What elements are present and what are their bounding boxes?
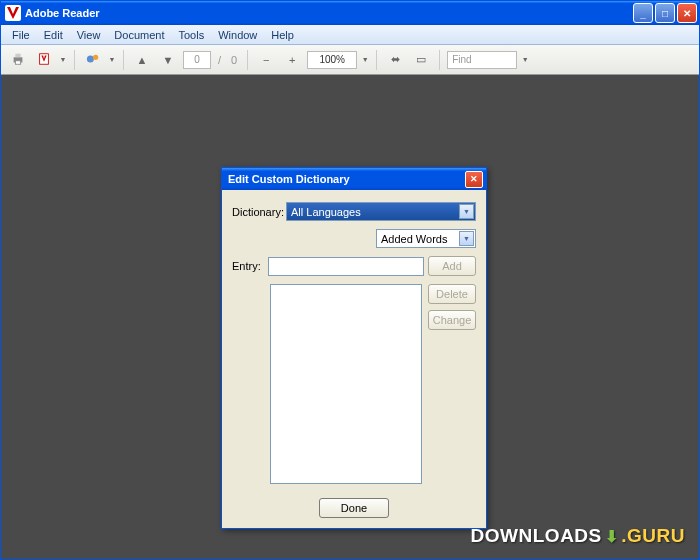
page-up-button[interactable]: ▲ (131, 49, 153, 71)
maximize-button[interactable]: □ (655, 3, 675, 23)
svg-rect-1 (15, 53, 20, 57)
dialog-titlebar: Edit Custom Dictionary ✕ (222, 168, 486, 190)
dialog-close-button[interactable]: ✕ (465, 171, 483, 188)
arrow-down-icon: ▼ (163, 54, 174, 66)
main-window: Adobe Reader _ □ ✕ File Edit View Docume… (0, 0, 700, 560)
chevron-down-icon: ▼ (459, 204, 474, 219)
filter-combo[interactable]: Added Words ▼ (376, 229, 476, 248)
save-button[interactable] (33, 49, 55, 71)
zoom-dropdown[interactable]: ▼ (361, 56, 369, 63)
entry-input[interactable] (268, 257, 424, 276)
menu-view[interactable]: View (70, 27, 108, 43)
menu-window[interactable]: Window (211, 27, 264, 43)
page-separator: / (218, 54, 221, 66)
app-icon (5, 5, 21, 21)
menubar: File Edit View Document Tools Window Hel… (1, 25, 699, 45)
menu-tools[interactable]: Tools (172, 27, 212, 43)
zoom-level-combo[interactable]: 100% (307, 51, 357, 69)
download-icon: ⬇ (605, 527, 619, 546)
separator (74, 50, 75, 70)
toolbar-dropdown-1[interactable]: ▼ (59, 56, 67, 63)
menu-help[interactable]: Help (264, 27, 301, 43)
page-total: 0 (231, 54, 237, 66)
document-area: Edit Custom Dictionary ✕ Dictionary: All… (1, 75, 699, 559)
fit-width-button[interactable]: ⬌ (384, 49, 406, 71)
side-buttons: Delete Change (428, 284, 476, 484)
watermark: DOWNLOADS ⬇ .GURU (471, 525, 685, 547)
entry-row: Entry: Add (232, 256, 476, 276)
fit-page-icon: ▭ (416, 53, 426, 66)
watermark-text2: .GURU (621, 525, 685, 547)
page-down-button[interactable]: ▼ (157, 49, 179, 71)
plus-icon: + (289, 54, 295, 66)
toolbar-dropdown-2[interactable]: ▼ (108, 56, 116, 63)
entry-label: Entry: (232, 260, 264, 272)
page-number-input[interactable] (183, 51, 211, 69)
fit-page-button[interactable]: ▭ (410, 49, 432, 71)
dictionary-combo[interactable]: All Languages ▼ (286, 202, 476, 221)
menu-file[interactable]: File (5, 27, 37, 43)
svg-point-4 (87, 55, 94, 62)
done-button[interactable]: Done (319, 498, 389, 518)
dictionary-label: Dictionary: (232, 206, 282, 218)
window-title: Adobe Reader (25, 7, 633, 19)
window-controls: _ □ ✕ (633, 3, 697, 23)
dialog-title: Edit Custom Dictionary (228, 173, 465, 185)
separator (439, 50, 440, 70)
svg-rect-2 (15, 60, 20, 64)
print-icon (11, 52, 25, 68)
filter-value: Added Words (381, 233, 447, 245)
close-button[interactable]: ✕ (677, 3, 697, 23)
chevron-down-icon: ▼ (459, 231, 474, 246)
minimize-button[interactable]: _ (633, 3, 653, 23)
separator (247, 50, 248, 70)
pdf-icon (37, 52, 51, 68)
find-dropdown[interactable]: ▼ (521, 56, 529, 63)
edit-dictionary-dialog: Edit Custom Dictionary ✕ Dictionary: All… (221, 167, 487, 529)
add-button[interactable]: Add (428, 256, 476, 276)
email-button[interactable] (82, 49, 104, 71)
fit-width-icon: ⬌ (391, 53, 400, 66)
arrow-up-icon: ▲ (137, 54, 148, 66)
zoom-in-button[interactable]: + (281, 49, 303, 71)
watermark-text1: DOWNLOADS (471, 525, 602, 547)
menu-edit[interactable]: Edit (37, 27, 70, 43)
change-button[interactable]: Change (428, 310, 476, 330)
find-input[interactable]: Find (447, 51, 517, 69)
menu-document[interactable]: Document (107, 27, 171, 43)
svg-point-5 (93, 54, 98, 59)
dialog-body: Dictionary: All Languages ▼ Added Words … (222, 190, 486, 528)
list-row: Delete Change (232, 284, 476, 484)
separator (376, 50, 377, 70)
delete-button[interactable]: Delete (428, 284, 476, 304)
toolbar: ▼ ▼ ▲ ▼ / 0 − + 100% ▼ ⬌ ▭ Find ▼ (1, 45, 699, 75)
done-row: Done (232, 498, 476, 518)
word-listbox[interactable] (270, 284, 422, 484)
print-button[interactable] (7, 49, 29, 71)
dictionary-value: All Languages (291, 206, 361, 218)
separator (123, 50, 124, 70)
dictionary-row: Dictionary: All Languages ▼ (232, 202, 476, 221)
collaborate-icon (85, 52, 101, 68)
filter-row: Added Words ▼ (232, 229, 476, 248)
minus-icon: − (263, 54, 269, 66)
titlebar: Adobe Reader _ □ ✕ (1, 1, 699, 25)
zoom-out-button[interactable]: − (255, 49, 277, 71)
